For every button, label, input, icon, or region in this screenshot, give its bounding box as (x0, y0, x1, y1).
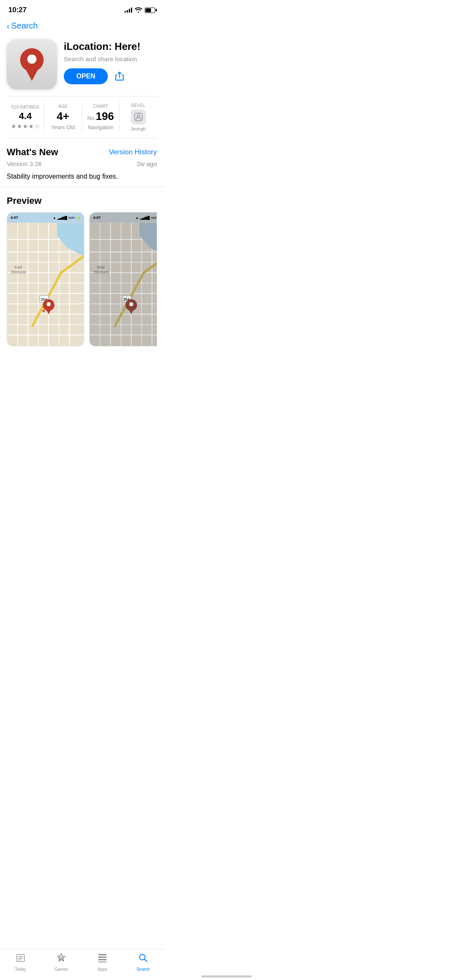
chart-label: CHART (93, 104, 108, 109)
chart-subvalue: Navigation (88, 124, 113, 130)
map-preview-2: 25A East Elmhurst (90, 223, 157, 346)
stats-row: 519 RATINGS 4.4 ★★★★☆ AGE 4+ Years Old C… (7, 96, 157, 138)
developer-name: Jeongh (131, 126, 146, 131)
developer-label: DEVEL (131, 103, 145, 108)
status-time: 10:27 (8, 6, 26, 14)
screenshot-2: 4:07 ▲ ▂▄▆█ WiFi 🔋 (89, 212, 157, 346)
screenshot-status-icons-2: ▲ ▂▄▆█ WiFi 🔋 (135, 216, 157, 220)
back-chevron-icon: ‹ (7, 22, 10, 30)
version-history-link[interactable]: Version History (109, 148, 157, 156)
star-rating: ★★★★☆ (11, 123, 40, 130)
preview-screenshots: 4:07 ▲ ▂▄▆█ WiFi 🔋 (7, 212, 157, 346)
whats-new-title: What's New (7, 147, 58, 158)
ratings-value: 4.4 (19, 111, 32, 121)
battery-icon (145, 8, 155, 13)
age-value: 4+ (57, 110, 69, 122)
app-icon-graphic (17, 47, 47, 81)
open-button[interactable]: OPEN (64, 68, 108, 84)
app-name: iLocation: Here! (64, 41, 157, 53)
back-label: Search (11, 21, 38, 31)
chart-no-prefix: No. (87, 115, 96, 121)
age-label: AGE (58, 104, 68, 109)
whats-new-section: What's New Version History Version 3.26 … (0, 138, 164, 187)
app-actions: OPEN (64, 68, 157, 84)
svg-point-30 (42, 309, 45, 312)
whats-new-header: What's New Version History (7, 147, 157, 158)
svg-marker-2 (26, 69, 38, 81)
ratings-label: 519 RATINGS (11, 105, 39, 109)
version-time: 2w ago (137, 160, 157, 167)
version-number: Version 3.26 (7, 160, 42, 167)
chart-number: 196 (96, 110, 114, 122)
developer-icon (131, 109, 146, 125)
status-bar: 10:27 (0, 0, 164, 18)
app-icon (7, 39, 57, 89)
status-icons (125, 7, 155, 14)
wifi-icon (135, 7, 142, 14)
app-info: iLocation: Here! Search and share locati… (64, 39, 157, 84)
age-subvalue: Years Old (51, 124, 75, 130)
back-navigation[interactable]: ‹ Search (0, 18, 164, 36)
app-header: iLocation: Here! Search and share locati… (0, 36, 164, 96)
ratings-stat: 519 RATINGS 4.4 ★★★★☆ (7, 101, 44, 133)
svg-text:Elmhurst: Elmhurst (94, 270, 109, 274)
screenshot-status-icons: ▲ ▂▄▆█ WiFi 🔋 (53, 216, 81, 220)
age-stat: AGE 4+ Years Old (44, 101, 82, 133)
version-meta: Version 3.26 2w ago (7, 160, 157, 167)
preview-title: Preview (7, 195, 157, 206)
screenshot-status-bar-2: 4:07 ▲ ▂▄▆█ WiFi 🔋 (90, 213, 157, 223)
preview-section: Preview 4:07 ▲ ▂▄▆█ WiFi 🔋 (0, 187, 164, 351)
version-notes: Stability improvements and bug fixes. (7, 172, 157, 182)
signal-icon (125, 8, 132, 13)
screenshot-1: 4:07 ▲ ▂▄▆█ WiFi 🔋 (7, 212, 84, 346)
svg-point-53 (129, 302, 133, 307)
svg-point-5 (137, 115, 140, 117)
svg-point-1 (27, 55, 36, 64)
screenshot-status-bar: 4:07 ▲ ▂▄▆█ WiFi 🔋 (7, 213, 84, 223)
map-preview-1: 25A East Elmhurst (7, 223, 84, 346)
svg-text:Elmhurst: Elmhurst (11, 270, 26, 274)
chart-stat: CHART No.196 Navigation (82, 101, 120, 133)
svg-text:East: East (97, 265, 105, 269)
screenshot-time-2: 4:07 (93, 216, 101, 220)
svg-text:East: East (15, 265, 22, 269)
chart-value: No.196 (87, 110, 114, 122)
screenshot-time-1: 4:07 (10, 216, 18, 220)
share-button[interactable] (115, 71, 125, 81)
svg-point-28 (47, 302, 51, 307)
app-subtitle: Search and share location (64, 55, 157, 62)
developer-stat: DEVEL Jeongh (120, 101, 157, 133)
